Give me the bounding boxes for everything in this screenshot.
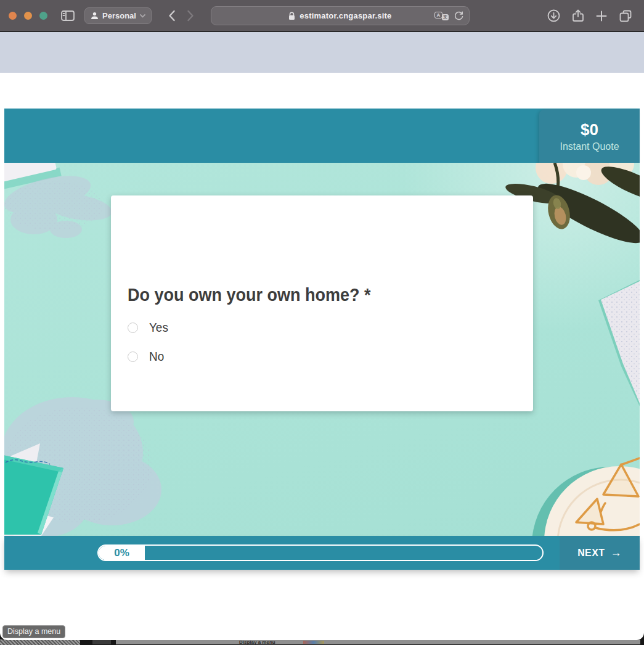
share-icon[interactable] xyxy=(573,9,584,22)
tab-overview-icon[interactable] xyxy=(619,10,632,22)
dotted-paper xyxy=(598,280,640,406)
profile-label: Personal xyxy=(102,11,136,20)
browser-toolbar: Personal estimator.cngaspar.site A xyxy=(0,0,644,32)
desktop-strip: Display a menu xyxy=(0,639,644,645)
radio-no[interactable] xyxy=(128,351,138,362)
address-bar[interactable]: estimator.cngaspar.site A 文 xyxy=(211,6,470,25)
progress-bar: 0% xyxy=(97,544,544,561)
desktop-fragment-color xyxy=(303,641,324,644)
back-button[interactable] xyxy=(168,10,176,22)
desktop-fragment xyxy=(92,640,111,644)
lock-icon xyxy=(288,12,295,20)
desktop-menubar xyxy=(116,640,640,644)
bottom-bar: 0% NEXT → xyxy=(4,536,640,570)
question-options: Yes No xyxy=(128,320,170,364)
option-row-yes[interactable]: Yes xyxy=(128,320,170,335)
desktop-pattern xyxy=(0,639,80,645)
close-window-button[interactable] xyxy=(9,12,17,20)
plate-with-glasses xyxy=(532,458,640,536)
downloads-icon[interactable] xyxy=(547,9,560,22)
next-label: NEXT xyxy=(577,548,605,559)
minimize-window-button[interactable] xyxy=(24,12,32,20)
sidebar-toggle-icon[interactable] xyxy=(61,10,75,21)
reload-icon[interactable] xyxy=(454,11,463,21)
zoom-window-button[interactable] xyxy=(39,12,47,20)
profile-button[interactable]: Personal xyxy=(84,7,152,24)
forward-button[interactable] xyxy=(187,10,194,22)
estimator-app: $0 Instant Quote xyxy=(4,109,640,570)
quote-amount: $0 xyxy=(581,120,598,139)
option-label-yes: Yes xyxy=(149,320,168,335)
option-label-no: No xyxy=(149,349,164,364)
translate-icon[interactable]: A 文 xyxy=(434,11,449,20)
question-title: Do you own your own home? * xyxy=(128,284,397,305)
status-tooltip: Display a menu xyxy=(2,625,65,638)
chevron-down-icon xyxy=(140,14,145,18)
arrow-right-icon: → xyxy=(610,546,621,559)
progress-label: 0% xyxy=(114,547,129,559)
quote-label: Instant Quote xyxy=(560,141,619,152)
question-card: Do you own your own home? * Yes No xyxy=(111,195,533,411)
url-text: estimator.cngaspar.site xyxy=(300,11,391,20)
traffic-lights xyxy=(9,12,47,20)
instant-quote-box: $0 Instant Quote xyxy=(539,109,640,163)
page-top-band xyxy=(0,32,644,73)
desktop-strip-text: Display a menu xyxy=(239,639,275,645)
quote-header-bar: $0 Instant Quote xyxy=(4,109,640,163)
next-button[interactable]: NEXT → xyxy=(560,536,640,570)
hero-background: Do you own your own home? * Yes No xyxy=(4,163,640,536)
toolbar-right-icons xyxy=(547,9,635,22)
option-row-no[interactable]: No xyxy=(128,349,170,364)
progress-chip: 0% xyxy=(99,546,145,560)
browser-window: Personal estimator.cngaspar.site A xyxy=(0,0,644,640)
page-white-gap xyxy=(0,73,644,109)
new-tab-icon[interactable] xyxy=(596,10,607,22)
radio-yes[interactable] xyxy=(128,322,138,333)
person-icon xyxy=(91,12,99,20)
